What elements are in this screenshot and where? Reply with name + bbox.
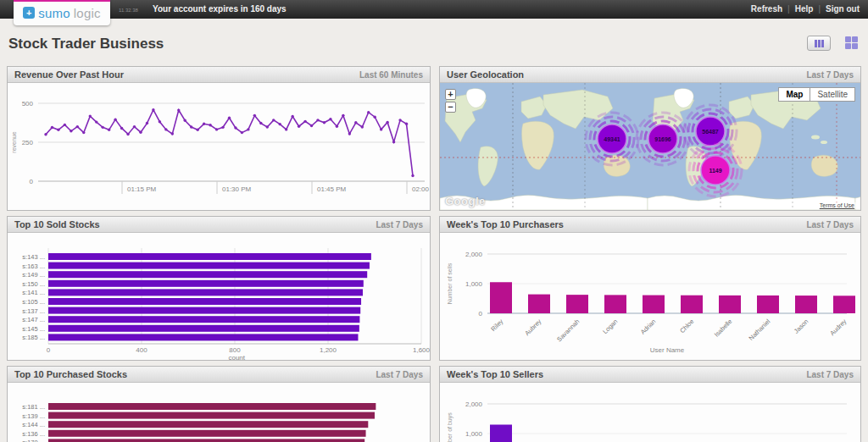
sold-bar	[48, 307, 360, 314]
sign-out-link[interactable]: Sign out	[826, 4, 860, 14]
panel-title: Top 10 Sold Stocks	[14, 219, 100, 229]
purchased-bar	[48, 439, 364, 442]
columns-icon	[815, 40, 817, 47]
sold-bar	[48, 334, 358, 340]
panel-time-range: Last 7 Days	[376, 370, 423, 379]
sellers-bar-chart: 1,0002,000Number of buys	[440, 383, 860, 442]
svg-text:s:163 ...: s:163 ...	[22, 262, 45, 270]
map-zoom-in-button[interactable]: +	[445, 89, 456, 100]
svg-text:s:144 ...: s:144 ...	[22, 421, 45, 428]
svg-text:s:137 ...: s:137 ...	[22, 307, 45, 315]
sold-stocks-bar-chart: 04008001,2001,600s:143 ...s:163 ...s:149…	[8, 233, 430, 360]
svg-text:1,000: 1,000	[465, 430, 483, 438]
panel-title: Revenue Over Past Hour	[14, 69, 124, 80]
panel-sellers-header: Week's Top 10 Sellers Last 7 Days	[440, 367, 860, 383]
satellite-button[interactable]: Satellite	[810, 87, 855, 102]
svg-text:Aubrey: Aubrey	[523, 318, 542, 337]
svg-text:Number of buys: Number of buys	[447, 412, 453, 442]
sold-bar	[48, 289, 363, 296]
svg-text:2,000: 2,000	[465, 251, 483, 258]
svg-text:_count: _count	[224, 354, 246, 360]
svg-text:1,200: 1,200	[320, 346, 337, 354]
svg-text:s:185 ...: s:185 ...	[22, 334, 45, 341]
svg-text:800: 800	[229, 346, 241, 354]
separator: |	[787, 4, 790, 14]
map-zoom-controls: + −	[445, 89, 456, 114]
svg-text:02:00 PM: 02:00 PM	[412, 185, 430, 193]
panel-time-range: Last 7 Days	[806, 220, 854, 229]
map-marker[interactable]: 91696	[637, 113, 689, 165]
purchasers-bar	[795, 296, 817, 313]
svg-text:400: 400	[136, 346, 147, 354]
panel-purchased-stocks: Top 10 Purchased Stocks Last 7 Days s:18…	[7, 366, 431, 442]
svg-text:s:136 ...: s:136 ...	[22, 430, 45, 438]
geolocation-map[interactable]: 4934191696564871149 + − Map Satellite Go…	[440, 83, 860, 210]
map-marker-value: 1149	[709, 168, 721, 174]
svg-text:01:15 PM: 01:15 PM	[127, 185, 157, 193]
map-button[interactable]: Map	[778, 87, 810, 102]
svg-text:s:150 ...: s:150 ...	[22, 280, 45, 288]
panel-sellers: Week's Top 10 Sellers Last 7 Days 1,0002…	[439, 366, 861, 442]
svg-text:01:45 PM: 01:45 PM	[317, 185, 347, 193]
help-link[interactable]: Help	[795, 4, 814, 14]
svg-text:s:147 ...: s:147 ...	[22, 316, 45, 323]
sumologic-logo[interactable]: + sumologic	[14, 0, 110, 25]
panel-title: Week's Top 10 Purchasers	[447, 219, 564, 229]
purchasers-bar	[490, 282, 512, 313]
logo-text-sumo: sumo	[38, 6, 70, 20]
panel-time-range: Last 7 Days	[806, 70, 854, 80]
panel-geolocation: User Geolocation Last 7 Days 49341916965…	[439, 66, 861, 211]
svg-text:Chloe: Chloe	[678, 318, 695, 334]
google-logo[interactable]: Google	[445, 195, 486, 207]
purchasers-bar	[528, 295, 550, 313]
panel-purchasers-header: Week's Top 10 Purchasers Last 7 Days	[440, 217, 860, 233]
grid-view-icon[interactable]	[845, 36, 858, 49]
svg-text:s:149 ...: s:149 ...	[22, 271, 45, 279]
purchasers-bar	[643, 296, 665, 313]
world-map-svg: 4934191696564871149	[440, 83, 860, 210]
sold-bar	[48, 253, 371, 260]
purchasers-bar	[566, 295, 588, 313]
dashboard-layout-button[interactable]	[807, 36, 831, 51]
map-marker[interactable]: 49341	[586, 113, 638, 165]
page-title: Stock Trader Business	[8, 36, 164, 52]
svg-text:Riley: Riley	[489, 318, 504, 333]
map-marker-value: 91696	[654, 136, 671, 142]
svg-text:Adrian: Adrian	[639, 318, 658, 336]
purchased-bar	[48, 421, 368, 428]
purchasers-bar	[757, 296, 779, 313]
chart-purchased-svg: s:181 ...s:139 ...s:144 ...s:136 ...s:17…	[8, 383, 430, 442]
sold-bar	[48, 316, 359, 323]
svg-text:s:143 ...: s:143 ...	[22, 253, 45, 261]
svg-text:01:30 PM: 01:30 PM	[222, 185, 252, 193]
sold-bar	[48, 262, 370, 269]
top-bar: 11.32.38 Your account expires in 160 day…	[0, 0, 868, 19]
map-marker-value: 49341	[604, 136, 620, 142]
purchasers-bar	[604, 295, 626, 313]
map-zoom-out-button[interactable]: −	[445, 102, 456, 113]
svg-text:Logan: Logan	[601, 318, 619, 335]
panel-purchasers: Week's Top 10 Purchasers Last 7 Days 01,…	[439, 216, 861, 361]
purchased-bar	[48, 403, 376, 410]
map-marker[interactable]: 1149	[689, 144, 742, 196]
svg-text:s:139 ...: s:139 ...	[22, 412, 45, 420]
purchased-stocks-bar-chart: s:181 ...s:139 ...s:144 ...s:136 ...s:17…	[8, 383, 430, 442]
panel-sold-stocks-header: Top 10 Sold Stocks Last 7 Days	[8, 217, 430, 233]
panel-revenue-header: Revenue Over Past Hour Last 60 Minutes	[8, 67, 430, 83]
svg-text:s:105 ...: s:105 ...	[22, 298, 45, 306]
svg-text:500: 500	[22, 100, 34, 108]
svg-text:250: 250	[22, 139, 34, 146]
panel-purchased-stocks-header: Top 10 Purchased Stocks Last 7 Days	[8, 367, 430, 383]
panel-title: Top 10 Purchased Stocks	[14, 369, 127, 379]
panel-title: User Geolocation	[447, 69, 524, 80]
refresh-link[interactable]: Refresh	[751, 4, 782, 14]
map-type-controls: Map Satellite	[778, 87, 855, 102]
svg-text:0: 0	[30, 178, 34, 185]
video-timestamp: 11.32.38	[119, 8, 138, 13]
svg-text:Nathaniel: Nathaniel	[748, 318, 772, 342]
terms-of-use-link[interactable]: Terms of Use	[818, 202, 856, 208]
panel-title: Week's Top 10 Sellers	[447, 369, 543, 379]
panel-revenue: Revenue Over Past Hour Last 60 Minutes 0…	[7, 66, 431, 211]
svg-text:Savannah: Savannah	[555, 318, 581, 343]
purchasers-bar	[719, 296, 741, 313]
